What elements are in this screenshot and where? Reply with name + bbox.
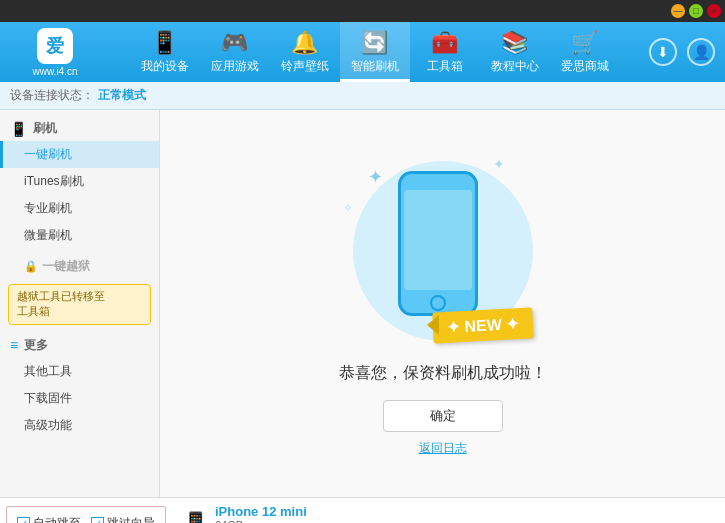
phone-illustration [398,171,478,316]
checkbox-skip-wizard[interactable]: ✓ 跳过向导 [91,515,155,523]
more-section-title: 更多 [24,337,48,354]
my-device-icon: 📱 [151,30,178,56]
device-small-icon: 📱 [182,511,209,524]
pro-flash-label: 专业刷机 [24,200,72,217]
nav-my-device-label: 我的设备 [141,58,189,75]
status-bar: 设备连接状态： 正常模式 [0,82,725,110]
success-title: 恭喜您，保资料刷机成功啦！ [339,363,547,384]
one-click-flash-label: 一键刷机 [24,146,72,163]
confirm-button[interactable]: 确定 [383,400,503,432]
checkbox-auto-jump-label: 自动跳至 [33,515,81,523]
itunes-flash-label: iTunes刷机 [24,173,84,190]
advanced-label: 高级功能 [24,417,72,434]
sidebar-item-advanced[interactable]: 高级功能 [0,412,159,439]
sparkle-3: ✧ [343,201,353,215]
checkbox-area: ✓ 自动跳至 ✓ 跳过向导 [6,506,166,523]
ringtone-icon: 🔔 [291,30,318,56]
sidebar-item-micro-flash[interactable]: 微量刷机 [0,222,159,249]
checkbox-auto-jump[interactable]: ✓ 自动跳至 [17,515,81,523]
sidebar-section-flash-header: 📱 刷机 [0,116,159,141]
nav-my-device[interactable]: 📱 我的设备 [130,22,200,82]
nav-smart-flash-label: 智能刷机 [351,58,399,75]
checkbox-skip-wizard-box[interactable]: ✓ [91,517,104,523]
nav-toolbox-label: 工具箱 [427,58,463,75]
checkbox-auto-jump-box[interactable]: ✓ [17,517,30,523]
nav-smart-flash[interactable]: 🔄 智能刷机 [340,22,410,82]
maximize-button[interactable]: □ [689,4,703,18]
nav-right: ⬇ 👤 [649,38,725,66]
sidebar-section-flash: 📱 刷机 一键刷机 iTunes刷机 专业刷机 微量刷机 [0,116,159,249]
sidebar-jailbreak-header: 🔒 一键越狱 [0,253,159,280]
sidebar-more-header: ≡ 更多 [0,333,159,358]
nav-items: 📱 我的设备 🎮 应用游戏 🔔 铃声壁纸 🔄 智能刷机 🧰 工具箱 📚 教程中心… [100,22,649,82]
download-button[interactable]: ⬇ [649,38,677,66]
nav-toolbox[interactable]: 🧰 工具箱 [410,22,480,82]
back-link[interactable]: 返回日志 [419,440,467,457]
ribbon-tail-left [427,315,439,335]
micro-store-icon: 🛒 [571,30,598,56]
main-layout: 📱 刷机 一键刷机 iTunes刷机 专业刷机 微量刷机 🔒 一键越狱 [0,110,725,497]
title-bar: — □ × [0,0,725,22]
lock-icon: 🔒 [24,260,38,273]
profile-button[interactable]: 👤 [687,38,715,66]
checkbox-skip-wizard-check: ✓ [94,518,102,523]
jailbreak-notice: 越狱工具已转移至工具箱 [8,284,151,325]
sidebar-item-download-firmware[interactable]: 下载固件 [0,385,159,412]
sidebar-section-jailbreak: 🔒 一键越狱 越狱工具已转移至工具箱 [0,253,159,325]
device-storage: 64GB [215,519,307,523]
device-name: iPhone 12 mini [215,504,307,519]
phone-screen [404,190,472,290]
nav-ringtone[interactable]: 🔔 铃声壁纸 [270,22,340,82]
sparkle-1: ✦ [368,166,383,188]
new-ribbon: ✦ NEW ✦ [432,307,534,343]
nav-tutorial-label: 教程中心 [491,58,539,75]
tutorial-icon: 📚 [501,30,528,56]
success-illustration: ✦ NEW ✦ ✦ ✦ ✧ [333,151,553,351]
toolbox-icon: 🧰 [431,30,458,56]
minimize-button[interactable]: — [671,4,685,18]
sidebar-section-more: ≡ 更多 其他工具 下载固件 高级功能 [0,333,159,439]
phone-home-btn [430,295,446,311]
nav-ringtone-label: 铃声壁纸 [281,58,329,75]
sparkle-2: ✦ [493,156,505,172]
more-section-icon: ≡ [10,337,18,353]
micro-flash-label: 微量刷机 [24,227,72,244]
flash-section-title: 刷机 [33,120,57,137]
bottom-device-bar: ✓ 自动跳至 ✓ 跳过向导 📱 iPhone 12 mini 64GB Down… [0,497,725,523]
logo-area: 爱 www.i4.cn [0,28,100,77]
sidebar-item-pro-flash[interactable]: 专业刷机 [0,195,159,222]
logo-text: www.i4.cn [32,66,77,77]
nav-micro-store[interactable]: 🛒 爱思商城 [550,22,620,82]
jailbreak-title: 一键越狱 [42,258,90,275]
nav-tutorial[interactable]: 📚 教程中心 [480,22,550,82]
apps-games-icon: 🎮 [221,30,248,56]
close-button[interactable]: × [707,4,721,18]
download-firmware-label: 下载固件 [24,390,72,407]
sidebar-item-other-tools[interactable]: 其他工具 [0,358,159,385]
sidebar-item-one-click-flash[interactable]: 一键刷机 [0,141,159,168]
other-tools-label: 其他工具 [24,363,72,380]
device-details: iPhone 12 mini 64GB Down-12mini-13.1 [215,504,307,523]
nav-apps-games-label: 应用游戏 [211,58,259,75]
checkbox-auto-jump-check: ✓ [20,518,28,523]
flash-section-icon: 📱 [10,121,27,137]
device-info-area: 📱 iPhone 12 mini 64GB Down-12mini-13.1 [172,498,317,523]
smart-flash-icon: 🔄 [361,30,388,56]
checkbox-skip-wizard-label: 跳过向导 [107,515,155,523]
nav-apps-games[interactable]: 🎮 应用游戏 [200,22,270,82]
status-value: 正常模式 [98,87,146,104]
new-ribbon-label: ✦ NEW ✦ [446,315,519,336]
nav-micro-store-label: 爱思商城 [561,58,609,75]
status-label: 设备连接状态： [10,87,94,104]
sidebar-item-itunes-flash[interactable]: iTunes刷机 [0,168,159,195]
logo-icon: 爱 [37,28,73,64]
sidebar: 📱 刷机 一键刷机 iTunes刷机 专业刷机 微量刷机 🔒 一键越狱 [0,110,160,497]
nav-bar: 爱 www.i4.cn 📱 我的设备 🎮 应用游戏 🔔 铃声壁纸 🔄 智能刷机 … [0,22,725,82]
content-area: ✦ NEW ✦ ✦ ✦ ✧ 恭喜您，保资料刷机成功啦！ 确定 返回日志 [160,110,725,497]
